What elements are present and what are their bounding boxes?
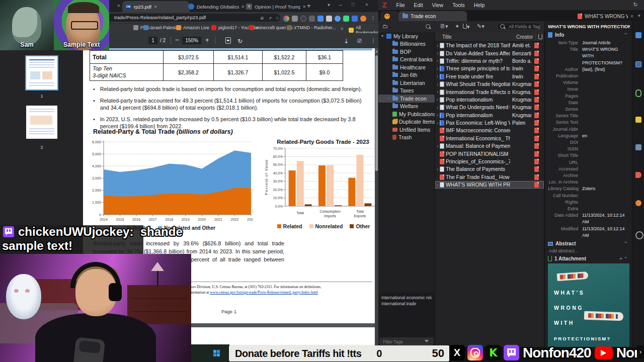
- item-row[interactable]: ›The Balance of Payments: [435, 165, 544, 173]
- scrollbar-thumb[interactable]: [375, 55, 378, 171]
- expand-icon[interactable]: ›: [435, 74, 440, 79]
- item-row[interactable]: ›Do Value-Added Taxes Affect Internatio.…: [435, 49, 544, 57]
- bookmark-item[interactable]: YTMND - Radioher...: [287, 25, 336, 30]
- add-by-identifier-icon[interactable]: ✦: [455, 23, 459, 30]
- item-row[interactable]: ›Pop internationalismKrugman: [435, 112, 544, 119]
- maximize-button[interactable]: □: [352, 2, 354, 7]
- extension-se-icon[interactable]: [309, 16, 315, 22]
- partial-tab-close-icon[interactable]: ×: [117, 3, 120, 9]
- sidebar-item-jan-6th[interactable]: Jan 6th: [378, 71, 435, 79]
- rotate-icon[interactable]: ↻: [237, 38, 243, 45]
- collection-search-icon[interactable]: [426, 24, 430, 29]
- extension-tiles-icon[interactable]: [317, 16, 324, 22]
- pdf-scrollbar[interactable]: ▲: [375, 48, 378, 347]
- item-row[interactable]: IMF Macroeconomic Consequences of T...: [435, 127, 544, 134]
- sidebar-item-central-banks[interactable]: Central banks: [378, 56, 435, 64]
- related-rail-icon[interactable]: [635, 200, 641, 206]
- locate-rail-icon[interactable]: [635, 231, 643, 239]
- expand-icon[interactable]: ›: [435, 58, 440, 63]
- windows-start-icon[interactable]: [213, 350, 220, 356]
- download-icon[interactable]: ⇣: [344, 38, 349, 45]
- zoom-level[interactable]: 150%: [182, 37, 201, 44]
- field-value[interactable]: [582, 159, 630, 166]
- share-icon[interactable]: ↗: [268, 16, 272, 21]
- pdf-thumbnail-page2[interactable]: [26, 106, 57, 139]
- extension-flask-icon[interactable]: [343, 16, 349, 22]
- item-row[interactable]: ›Three simple principles of trade policy…: [435, 65, 544, 72]
- new-attachment-icon[interactable]: ▾: [463, 23, 470, 30]
- add-attachment-icon[interactable]: + ⌃: [619, 256, 628, 261]
- menu-tools[interactable]: Tools: [448, 2, 469, 8]
- item-row[interactable]: ›WHAT'S WRONG WITH PROTECTIONIS...: [435, 181, 544, 189]
- libraries-rail-icon[interactable]: [635, 144, 641, 150]
- expand-icon[interactable]: ›: [435, 167, 440, 172]
- bookmark-star-icon[interactable]: ☆: [275, 16, 279, 21]
- scroll-up-icon[interactable]: ▲: [375, 48, 378, 54]
- field-value[interactable]: [582, 93, 630, 100]
- sidebar-item-my-publications[interactable]: My Publications: [378, 110, 435, 118]
- menu-view[interactable]: View: [428, 2, 448, 8]
- zoom-icon[interactable]: ⊕: [260, 16, 264, 21]
- field-value[interactable]: [582, 199, 630, 206]
- field-value[interactable]: [582, 106, 630, 113]
- extension-bluebox-icon[interactable]: [352, 16, 358, 22]
- field-value[interactable]: WHAT'S WRONG WITH PROTECTIONISM?: [582, 46, 630, 66]
- reader-tab[interactable]: WHAT'S WRONG WITH PR ×: [574, 11, 641, 21]
- field-value[interactable]: [582, 79, 630, 86]
- field-value[interactable]: en: [582, 133, 630, 139]
- sidebar-item-healthcare[interactable]: Healthcare: [378, 63, 435, 71]
- item-row[interactable]: Principles_of_Economics-_7th_Edition: [435, 158, 544, 165]
- abstract-rail-icon[interactable]: [635, 61, 641, 67]
- tab-list-caret-icon[interactable]: ▾: [638, 13, 640, 18]
- field-value[interactable]: [582, 193, 630, 199]
- field-value[interactable]: [582, 139, 630, 146]
- item-row[interactable]: ›What Should Trade Negotiators Negotia..…: [435, 80, 544, 88]
- window-close-button[interactable]: ×: [365, 2, 368, 8]
- field-value[interactable]: [582, 86, 630, 93]
- sidebar-item-unfiled-items[interactable]: Unfiled Items: [378, 126, 435, 134]
- extension-gbox-icon[interactable]: [326, 16, 332, 22]
- extension-bin-icon[interactable]: [292, 16, 298, 22]
- overlay-next-icon[interactable]: ›: [637, 345, 644, 358]
- tab-defending-globalization[interactable]: Defending Globalization ×: [185, 1, 248, 12]
- extension-puzzle-icon[interactable]: [335, 16, 341, 22]
- minimize-button[interactable]: –: [339, 2, 342, 8]
- items-header[interactable]: Title Creator: [435, 32, 544, 42]
- info-rail-icon[interactable]: [635, 32, 641, 38]
- abstract-placeholder[interactable]: Add abstract...: [549, 248, 630, 253]
- new-collection-icon[interactable]: 🗀: [382, 23, 388, 29]
- item-row[interactable]: ›Triffin: dilemma or myth?Bordo a...: [435, 57, 544, 65]
- item-row[interactable]: ›Manual: Balance of Payments: [435, 142, 544, 150]
- item-row[interactable]: ›Pop internationalismKrugman: [435, 96, 544, 104]
- field-value[interactable]: 11/13/2024, 10:12:14 AM: [582, 212, 630, 225]
- new-item-icon[interactable]: 🖹▾: [440, 23, 448, 30]
- attachment-preview-cover[interactable]: WHAT'S WRONG WITH PROTECTIONISM?: [548, 263, 629, 347]
- expand-icon[interactable]: ›: [435, 113, 440, 118]
- sidebar-item-bop[interactable]: BOP: [378, 48, 435, 56]
- expand-icon[interactable]: ›: [435, 183, 440, 188]
- field-value[interactable]: [582, 172, 630, 179]
- collapse-icon[interactable]: ⌃: [624, 241, 628, 246]
- library-tab[interactable]: Trade econ: [398, 11, 467, 21]
- address-bar[interactable]: trade/Press-Release/related_party/rp23.p…: [84, 14, 280, 22]
- reader-tab-close-icon[interactable]: ×: [630, 14, 633, 19]
- zoom-in-button[interactable]: +: [205, 36, 209, 44]
- item-row[interactable]: ›What Do Undergrads Need to Know Ab...Kr…: [435, 104, 544, 111]
- sync-icon[interactable]: ↻: [633, 2, 638, 8]
- collapse-icon[interactable]: ⌃: [624, 32, 628, 38]
- zoom-out-button[interactable]: −: [175, 36, 179, 44]
- sidebar-item-trade-econ[interactable]: ›Trade econ: [378, 95, 435, 103]
- item-row[interactable]: POP INTERNATIONALISM -- PAUL KRU...: [435, 150, 544, 157]
- creator-column-header[interactable]: Creator: [514, 34, 535, 40]
- field-value[interactable]: [582, 100, 630, 106]
- field-value[interactable]: Zotero: [582, 186, 630, 192]
- field-value[interactable]: [582, 119, 630, 126]
- tab-close-icon[interactable]: ×: [154, 4, 157, 10]
- sidebar-item-trash[interactable]: Trash: [378, 134, 435, 142]
- field-value[interactable]: Journal Article: [582, 40, 630, 46]
- tag-item[interactable]: International economic relations: [381, 295, 432, 301]
- field-value[interactable]: 11/13/2024, 10:12:14 AM: [582, 226, 630, 239]
- item-row[interactable]: ›International Trade Effects of Value Ad…: [435, 88, 544, 96]
- tag-item[interactable]: International trade: [381, 301, 432, 307]
- profile-avatar[interactable]: [360, 16, 366, 22]
